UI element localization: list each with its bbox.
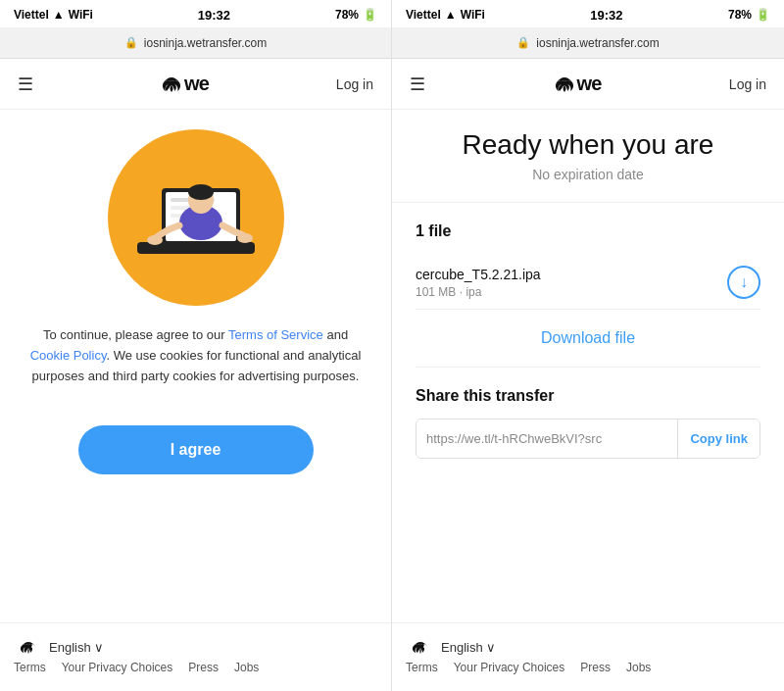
svg-point-10	[237, 233, 253, 243]
status-bar-2: Viettel ▲ WiFi 19:32 78% 🔋	[392, 0, 784, 27]
logo-1: we	[161, 73, 209, 95]
browser-bar-2: 🔒 iosninja.wetransfer.com	[392, 27, 784, 59]
logo-we-text-2: we	[577, 73, 602, 95]
signal-icon-1: ▲	[53, 8, 65, 22]
footer-privacy-2[interactable]: Your Privacy Choices	[454, 661, 565, 674]
divider-top	[392, 202, 784, 203]
login-button-2[interactable]: Log in	[729, 76, 766, 92]
file-count: 1 file	[416, 222, 760, 240]
hamburger-menu-2[interactable]: ☰	[410, 74, 425, 95]
battery-icon-2: 🔋	[756, 8, 770, 22]
status-left-1: Viettel ▲ WiFi	[14, 8, 93, 22]
no-expiry-text: No expiration date	[416, 167, 760, 182]
battery-icon-1: 🔋	[363, 8, 377, 22]
wifi-icon-1: WiFi	[69, 8, 93, 22]
file-info: cercube_T5.2.21.ipa 101 MB · ipa	[416, 267, 541, 299]
lock-icon-1: 🔒	[124, 36, 138, 49]
share-link-input[interactable]	[416, 420, 677, 458]
footer-privacy-1[interactable]: Your Privacy Choices	[62, 661, 173, 674]
consent-content: To continue, please agree to our Terms o…	[0, 110, 391, 622]
ready-title: Ready when you are	[416, 129, 760, 161]
nav-bar-2: ☰ we Log in	[392, 59, 784, 110]
status-right-1: 78% 🔋	[335, 8, 377, 22]
svg-point-9	[147, 235, 163, 245]
footer-1: English ∨ Terms Your Privacy Choices Pre…	[0, 622, 391, 691]
agree-button[interactable]: I agree	[78, 425, 314, 474]
url-1: iosninja.wetransfer.com	[144, 36, 267, 50]
time-2: 19:32	[590, 8, 622, 23]
footer-jobs-2[interactable]: Jobs	[626, 661, 651, 674]
consent-text: To continue, please agree to our Terms o…	[29, 325, 362, 386]
download-arrow-icon: ↓	[740, 273, 748, 291]
status-left-2: Viettel ▲ WiFi	[406, 8, 485, 22]
share-section: Share this transfer Copy link	[416, 387, 760, 459]
logo-bird-icon-2	[554, 75, 575, 93]
svg-point-8	[188, 184, 214, 200]
footer-jobs-1[interactable]: Jobs	[234, 661, 259, 674]
battery-text-2: 78%	[728, 8, 752, 22]
status-right-2: 78% 🔋	[728, 8, 770, 22]
nav-bar-1: ☰ we Log in	[0, 59, 391, 110]
hamburger-menu-1[interactable]: ☰	[18, 74, 33, 95]
url-2: iosninja.wetransfer.com	[536, 36, 659, 50]
download-circle-button[interactable]: ↓	[727, 266, 760, 299]
file-type: ipa	[466, 285, 481, 299]
terms-of-service-link[interactable]: Terms of Service	[228, 327, 323, 342]
signal-icon-2: ▲	[445, 8, 457, 22]
browser-bar-1: 🔒 iosninja.wetransfer.com	[0, 27, 391, 59]
share-link-container: Copy link	[416, 419, 760, 459]
logo-bird-icon-1	[161, 75, 182, 93]
footer-press-2[interactable]: Press	[580, 661, 611, 674]
time-1: 19:32	[198, 8, 230, 23]
screen-consent: Viettel ▲ WiFi 19:32 78% 🔋 🔒 iosninja.we…	[0, 0, 392, 691]
person-illustration	[108, 129, 284, 306]
download-content: Ready when you are No expiration date 1 …	[392, 110, 784, 622]
logo-2: we	[554, 73, 602, 95]
battery-text-1: 78%	[335, 8, 359, 22]
login-button-1[interactable]: Log in	[336, 76, 373, 92]
footer-lang-1[interactable]: English ∨	[49, 640, 104, 655]
lock-icon-2: 🔒	[516, 36, 530, 49]
footer-2: English ∨ Terms Your Privacy Choices Pre…	[392, 622, 784, 691]
file-item: cercube_T5.2.21.ipa 101 MB · ipa ↓	[416, 256, 760, 310]
carrier-2: Viettel	[406, 8, 441, 22]
cookie-policy-link[interactable]: Cookie Policy	[30, 348, 107, 363]
logo-we-text-1: we	[184, 73, 209, 95]
screen-download: Viettel ▲ WiFi 19:32 78% 🔋 🔒 iosninja.we…	[392, 0, 784, 691]
status-bar-1: Viettel ▲ WiFi 19:32 78% 🔋	[0, 0, 391, 27]
file-section: 1 file cercube_T5.2.21.ipa 101 MB · ipa …	[416, 222, 760, 310]
footer-top-2: English ∨	[406, 640, 496, 655]
footer-top-1: English ∨	[14, 640, 104, 655]
share-title: Share this transfer	[416, 387, 760, 405]
file-name: cercube_T5.2.21.ipa	[416, 267, 541, 282]
file-size: 101 MB	[416, 285, 456, 299]
wifi-icon-2: WiFi	[461, 8, 485, 22]
footer-lang-2[interactable]: English ∨	[441, 640, 496, 655]
illustration	[108, 129, 284, 306]
footer-links-1: Terms Your Privacy Choices Press Jobs	[14, 661, 259, 674]
footer-terms-1[interactable]: Terms	[14, 661, 46, 674]
download-file-button[interactable]: Download file	[416, 310, 760, 368]
file-meta: 101 MB · ipa	[416, 285, 541, 299]
carrier-1: Viettel	[14, 8, 49, 22]
footer-terms-2[interactable]: Terms	[406, 661, 438, 674]
copy-link-button[interactable]: Copy link	[677, 420, 760, 458]
footer-logo-2	[406, 640, 435, 655]
footer-press-1[interactable]: Press	[188, 661, 219, 674]
footer-logo-1	[14, 640, 43, 655]
footer-links-2: Terms Your Privacy Choices Press Jobs	[406, 661, 651, 674]
